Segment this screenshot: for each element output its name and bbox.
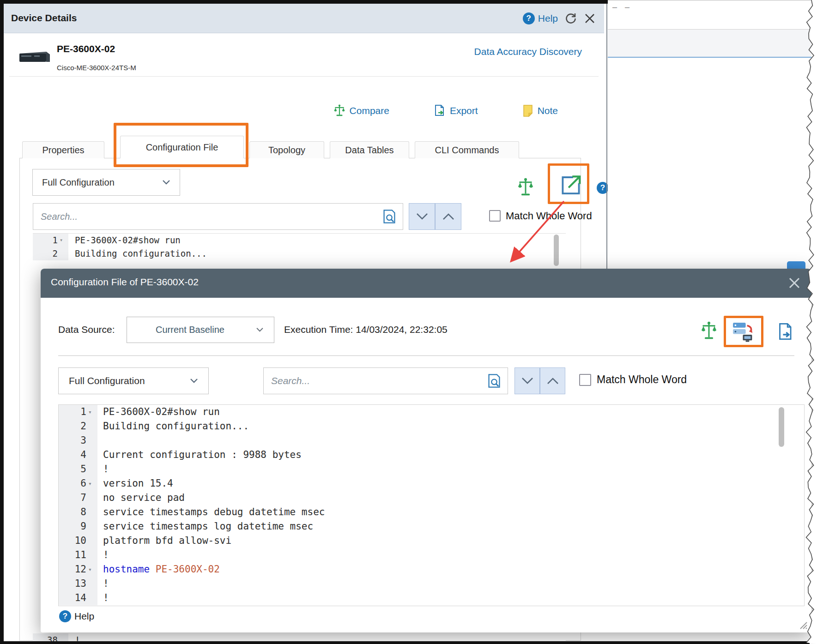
refresh-icon[interactable] bbox=[564, 12, 577, 25]
line-number: 4 bbox=[59, 448, 88, 462]
export-label: Export bbox=[450, 105, 478, 116]
device-name: PE-3600X-02 bbox=[57, 43, 115, 54]
chevron-up-icon bbox=[442, 212, 455, 221]
find-next-button[interactable] bbox=[409, 203, 435, 230]
modal-match-whole-word-checkbox[interactable] bbox=[579, 374, 591, 386]
line-number: 5 bbox=[59, 462, 88, 476]
code-line: 14! bbox=[59, 591, 804, 605]
modal-find-next-button[interactable] bbox=[514, 367, 540, 394]
code-line-text: Current configuration : 9988 bytes bbox=[97, 448, 302, 462]
tab-properties[interactable]: Properties bbox=[22, 141, 104, 158]
config-search-input[interactable] bbox=[33, 204, 382, 229]
tab-cli-commands[interactable]: CLI Commands bbox=[415, 141, 519, 158]
line-number: 6 bbox=[59, 476, 88, 491]
fold-toggle-icon[interactable]: ▾ bbox=[88, 405, 97, 419]
header-divider bbox=[9, 76, 599, 77]
data-accuracy-discovery-link[interactable]: Data Accuracy Discovery bbox=[474, 46, 582, 57]
find-previous-button[interactable] bbox=[435, 203, 461, 230]
data-source-label: Data Source: bbox=[58, 324, 115, 335]
fold-spacer bbox=[88, 505, 97, 519]
data-source-dropdown[interactable]: Current Baseline bbox=[127, 317, 274, 343]
line-number: 10 bbox=[59, 534, 88, 548]
code-line: 2Building configuration... bbox=[59, 419, 804, 433]
device-model: Cisco-ME-3600X-24TS-M bbox=[57, 64, 136, 72]
search-in-document-icon[interactable] bbox=[487, 373, 501, 388]
line-number: 2 bbox=[33, 247, 60, 260]
code-scrollbar-thumb[interactable] bbox=[554, 235, 559, 266]
note-button[interactable]: Note bbox=[522, 104, 558, 117]
panel-blue-divider bbox=[608, 57, 811, 58]
modal-search-input[interactable] bbox=[264, 368, 487, 394]
code-line: 1▾PE-3600X-02#show run bbox=[59, 405, 804, 419]
modal-help-label: Help bbox=[74, 611, 94, 622]
code-line-text: ! bbox=[97, 591, 109, 605]
modal-find-previous-button[interactable] bbox=[540, 367, 565, 394]
help-button[interactable]: ? Help bbox=[523, 12, 558, 24]
panel-dashes: – – bbox=[612, 2, 632, 12]
chevron-down-icon bbox=[190, 378, 198, 384]
line-number: 14 bbox=[59, 591, 88, 605]
code-line: 13! bbox=[59, 577, 804, 591]
fold-spacer bbox=[88, 491, 97, 505]
line-number: 1 bbox=[33, 234, 60, 247]
device-photo bbox=[16, 48, 53, 66]
config-search-box bbox=[33, 203, 403, 230]
chevron-down-icon bbox=[416, 212, 429, 221]
fold-spacer bbox=[88, 519, 97, 534]
fold-spacer bbox=[88, 577, 97, 591]
close-icon[interactable] bbox=[584, 12, 596, 24]
fold-toggle-icon[interactable]: ▾ bbox=[60, 234, 68, 247]
panel-gray-strip bbox=[608, 30, 811, 57]
modal-scrollbar-thumb[interactable] bbox=[779, 407, 784, 447]
code-line: 6▾version 15.4 bbox=[59, 476, 804, 491]
resize-grip[interactable] bbox=[798, 620, 808, 630]
device-details-titlebar: Device Details ? Help bbox=[4, 4, 604, 33]
modal-view-dropdown[interactable]: Full Configuration bbox=[58, 367, 209, 394]
data-source-value: Current Baseline bbox=[156, 325, 224, 335]
modal-compare-icon[interactable] bbox=[701, 320, 717, 342]
code-line-text: ! bbox=[97, 548, 109, 562]
export-button[interactable]: Export bbox=[434, 104, 478, 117]
code-line-text: platform bfd allow-svi bbox=[97, 534, 231, 548]
code-line-text: PE-3600X-02#show run bbox=[97, 405, 220, 419]
line-number: 13 bbox=[59, 577, 88, 591]
tab-configuration-file[interactable]: Configuration File bbox=[120, 136, 244, 158]
fold-spacer bbox=[88, 462, 97, 476]
open-in-new-window-icon[interactable] bbox=[560, 174, 582, 196]
note-icon bbox=[522, 104, 533, 117]
screenshot-border-bottom bbox=[0, 641, 810, 644]
note-label: Note bbox=[538, 105, 558, 116]
code-line: 3 bbox=[59, 433, 804, 448]
tab-topology[interactable]: Topology bbox=[249, 141, 324, 158]
line-number: 3 bbox=[59, 433, 88, 448]
code-line: 1▾PE-3600X-02#show run bbox=[33, 234, 566, 247]
retrieve-live-data-icon[interactable] bbox=[732, 321, 756, 343]
line-number: 12 bbox=[59, 562, 88, 577]
code-line-text: Building configuration... bbox=[68, 247, 207, 260]
chevron-down-icon bbox=[521, 377, 534, 385]
help-label: Help bbox=[538, 13, 558, 24]
modal-titlebar[interactable]: Configuration File of PE-3600X-02 bbox=[41, 269, 811, 298]
code-line-text: ! bbox=[97, 577, 109, 591]
compare-button[interactable]: Compare bbox=[333, 104, 389, 117]
fold-toggle-icon[interactable]: ▾ bbox=[88, 476, 97, 491]
search-in-document-icon[interactable] bbox=[382, 209, 396, 224]
compare-label: Compare bbox=[350, 105, 389, 116]
modal-export-icon[interactable] bbox=[777, 321, 794, 342]
screenshot-border-top bbox=[0, 0, 608, 4]
tab-data-tables[interactable]: Data Tables bbox=[330, 141, 409, 158]
modal-help-button[interactable]: ? Help bbox=[59, 610, 94, 622]
modal-divider bbox=[58, 355, 794, 356]
help-question-icon: ? bbox=[523, 12, 535, 24]
code-line: 12▾hostname PE-3600X-02 bbox=[59, 562, 804, 577]
code-line-text: version 15.4 bbox=[97, 476, 173, 491]
compare-config-icon[interactable] bbox=[517, 177, 534, 198]
match-whole-word-checkbox[interactable] bbox=[489, 210, 501, 222]
fold-spacer bbox=[88, 419, 97, 433]
fold-toggle-icon[interactable]: ▾ bbox=[88, 562, 97, 577]
line-number: 9 bbox=[59, 519, 88, 534]
modal-code-viewer[interactable]: 1▾PE-3600X-02#show run2Building configur… bbox=[58, 404, 805, 606]
line-number: 7 bbox=[59, 491, 88, 505]
modal-close-icon[interactable] bbox=[787, 276, 801, 290]
config-view-dropdown[interactable]: Full Configuration bbox=[32, 169, 180, 196]
